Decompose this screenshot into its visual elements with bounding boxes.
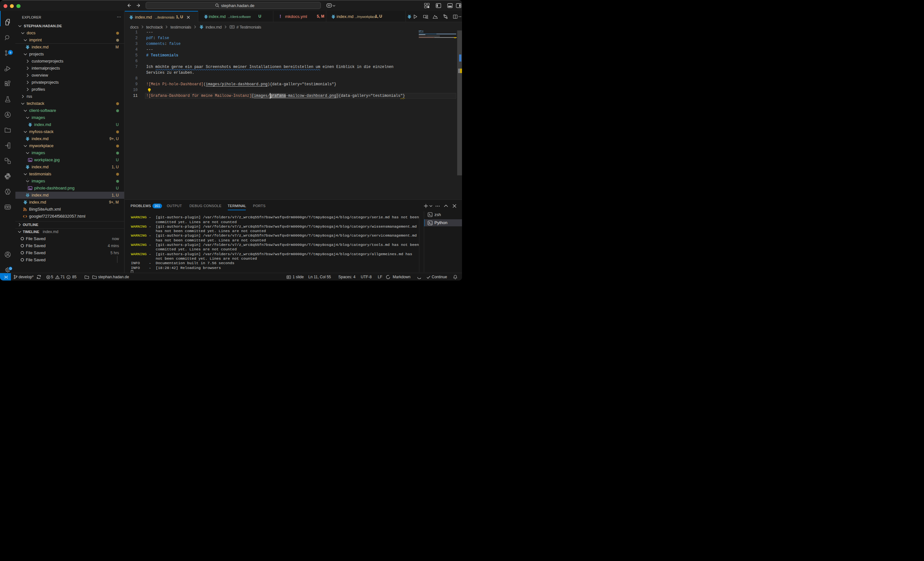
svg-text:abc: abc — [231, 25, 234, 28]
